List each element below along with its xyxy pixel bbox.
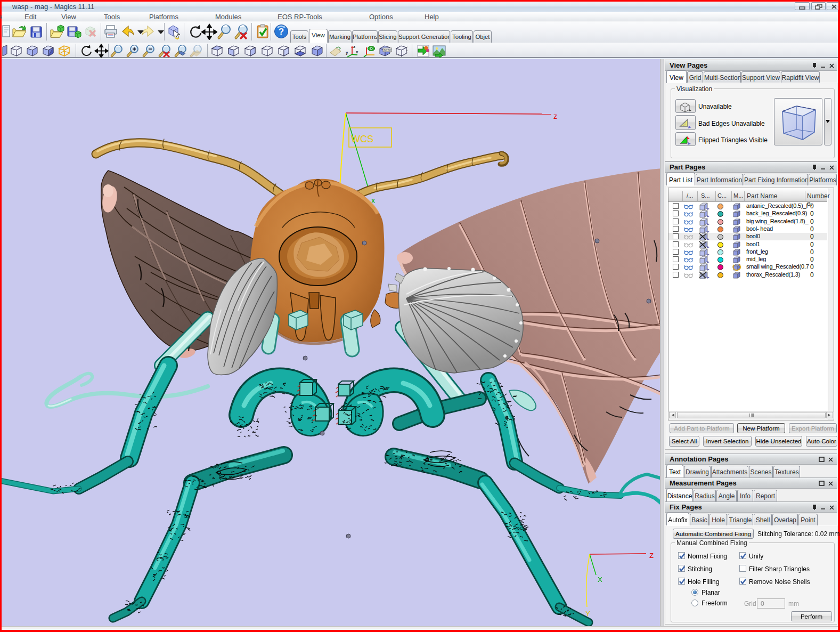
svg-text:Z: Z [649, 552, 654, 560]
svg-text:WCS: WCS [351, 134, 373, 144]
svg-text:?: ? [279, 27, 284, 37]
svg-text:z: z [553, 112, 557, 120]
svg-text:z: z [353, 44, 355, 49]
svg-text:x: x [356, 50, 358, 54]
svg-text:X: X [598, 576, 602, 584]
svg-text:Y: Y [585, 610, 590, 618]
svg-text:60'60': 60'60' [384, 48, 392, 52]
svg-text:y: y [346, 50, 348, 55]
